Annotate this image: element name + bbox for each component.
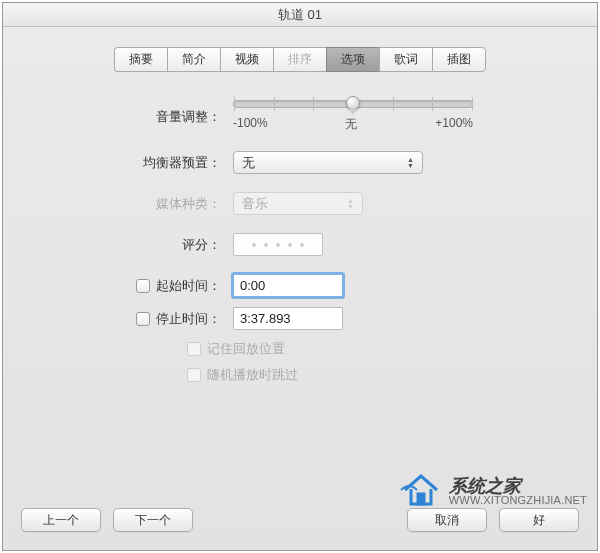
remember-position-checkbox [187,342,201,356]
dialog-content: 摘要 简介 视频 排序 选项 歌词 插图 音量调整： [3,27,597,550]
svg-rect-0 [418,494,424,504]
stop-time-checkbox[interactable] [136,312,150,326]
rating-dot [252,243,256,247]
volume-slider[interactable] [233,100,473,108]
rating-dot [300,243,304,247]
window-title: 轨道 01 [3,3,597,27]
dialog-window: 轨道 01 摘要 简介 视频 排序 选项 歌词 插图 音量调整： [2,2,598,551]
chevron-updown-icon: ▲▼ [347,198,354,210]
next-button[interactable]: 下一个 [113,508,193,532]
chevron-updown-icon: ▲▼ [407,157,414,169]
start-time-label: 起始时间： [156,277,221,295]
volume-slider-thumb[interactable] [346,96,360,110]
remember-position-label: 记住回放位置 [207,340,285,358]
prev-button[interactable]: 上一个 [21,508,101,532]
eq-label: 均衡器预置： [63,154,233,172]
skip-shuffle-label: 随机播放时跳过 [207,366,298,384]
media-kind-value: 音乐 [242,195,268,213]
tab-sort[interactable]: 排序 [273,47,326,72]
watermark-text-zh: 系统之家 [449,477,587,495]
rating-input[interactable] [233,233,323,256]
watermark: 系统之家 WWW.XITONGZHIJIA.NET [399,468,587,515]
media-kind-select: 音乐 ▲▼ [233,192,363,215]
tab-options[interactable]: 选项 [326,47,379,72]
media-kind-label: 媒体种类： [63,195,233,213]
volume-min-label: -100% [233,116,268,133]
volume-max-label: +100% [435,116,473,133]
tab-artwork[interactable]: 插图 [432,47,486,72]
rating-dot [288,243,292,247]
start-time-input[interactable]: 0:00 [233,274,343,297]
tab-info[interactable]: 简介 [167,47,220,72]
eq-value: 无 [242,154,255,172]
tab-bar: 摘要 简介 视频 排序 选项 歌词 插图 [33,47,567,72]
house-icon [399,468,443,515]
skip-shuffle-checkbox [187,368,201,382]
rating-label: 评分： [63,236,233,254]
stop-time-label: 停止时间： [156,310,221,328]
watermark-text-en: WWW.XITONGZHIJIA.NET [449,495,587,506]
tab-summary[interactable]: 摘要 [114,47,167,72]
rating-dot [264,243,268,247]
start-time-checkbox[interactable] [136,279,150,293]
volume-mid-label: 无 [345,116,357,133]
volume-label: 音量调整： [63,108,233,126]
stop-time-input[interactable]: 3:37.893 [233,307,343,330]
tab-lyrics[interactable]: 歌词 [379,47,432,72]
eq-select[interactable]: 无 ▲▼ [233,151,423,174]
tab-video[interactable]: 视频 [220,47,273,72]
rating-dot [276,243,280,247]
